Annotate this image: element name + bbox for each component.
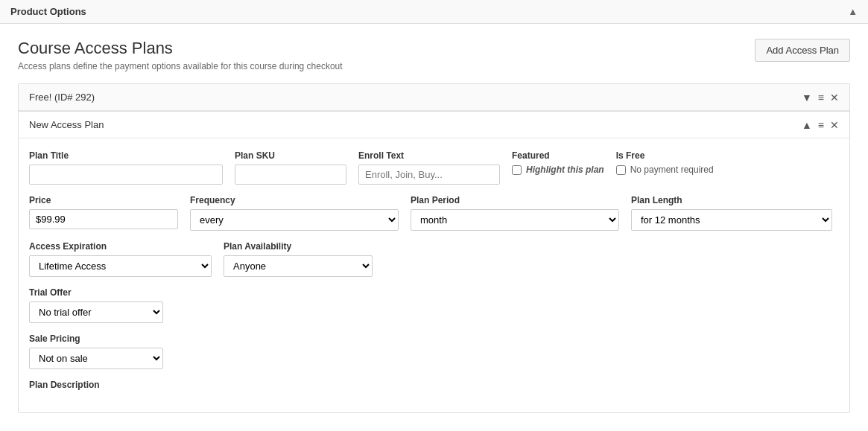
- plan-period-label: Plan Period: [411, 195, 619, 205]
- page-title: Course Access Plans: [18, 39, 343, 58]
- price-group: Price: [29, 195, 178, 229]
- plan-length-select[interactable]: for 12 months: [631, 209, 832, 231]
- plan-new-close-icon[interactable]: ✕: [830, 120, 839, 130]
- form-row-4: Trial Offer No trial offer: [29, 287, 839, 323]
- plan-title-group: Plan Title: [29, 150, 223, 185]
- plan-new-collapse-icon[interactable]: ▲: [802, 120, 812, 130]
- trial-offer-select[interactable]: No trial offer: [29, 301, 163, 323]
- highlight-plan-checkbox[interactable]: [512, 165, 522, 175]
- featured-group: Featured Highlight this plan: [512, 150, 604, 175]
- sale-pricing-label: Sale Pricing: [29, 333, 163, 344]
- no-payment-label: No payment required: [630, 165, 714, 175]
- plan-sku-label: Plan SKU: [235, 150, 346, 161]
- plan-free-header: Free! (ID# 292) ▼ ≡ ✕: [19, 84, 849, 111]
- frequency-group: Frequency every: [190, 195, 399, 231]
- plan-sku-group: Plan SKU: [235, 150, 346, 185]
- price-input[interactable]: [29, 209, 178, 229]
- sale-pricing-group: Sale Pricing Not on sale: [29, 333, 163, 369]
- form-row-5: Sale Pricing Not on sale: [29, 333, 839, 369]
- plan-length-group: Plan Length for 12 months: [631, 195, 832, 231]
- highlight-plan-row: Highlight this plan: [512, 165, 604, 175]
- plan-free-menu-icon[interactable]: ≡: [818, 92, 824, 103]
- main-content: Course Access Plans Access plans define …: [0, 24, 868, 428]
- section-header: Course Access Plans Access plans define …: [18, 39, 850, 71]
- plan-title-input[interactable]: [29, 165, 223, 185]
- product-options-title: Product Options: [10, 6, 86, 17]
- highlight-plan-label: Highlight this plan: [526, 165, 604, 175]
- enroll-text-label: Enroll Text: [358, 150, 500, 161]
- plan-new-menu-icon[interactable]: ≡: [818, 120, 824, 130]
- frequency-select[interactable]: every: [190, 209, 399, 231]
- product-options-header: Product Options ▲: [0, 0, 868, 24]
- plans-container: Free! (ID# 292) ▼ ≡ ✕ New Access Plan ▲ …: [18, 83, 850, 413]
- sale-pricing-select[interactable]: Not on sale: [29, 348, 163, 369]
- enroll-text-group: Enroll Text: [358, 150, 500, 185]
- form-row-2: Price Frequency every Plan Period: [29, 195, 839, 231]
- form-row-1: Plan Title Plan SKU Enroll Text Fea: [29, 150, 839, 185]
- no-payment-checkbox[interactable]: [616, 165, 626, 175]
- form-row-3: Access Expiration Lifetime Access Plan A…: [29, 241, 839, 277]
- page-subtitle: Access plans define the payment options …: [18, 61, 343, 71]
- plan-new-header: New Access Plan ▲ ≡ ✕: [19, 112, 849, 138]
- frequency-label: Frequency: [190, 195, 399, 205]
- plan-free-close-icon[interactable]: ✕: [830, 92, 839, 103]
- plan-new-row: New Access Plan ▲ ≡ ✕ Plan Title: [19, 112, 849, 412]
- plan-title-label: Plan Title: [29, 150, 223, 161]
- featured-label: Featured: [512, 150, 604, 161]
- access-expiration-label: Access Expiration: [29, 241, 212, 252]
- enroll-text-input[interactable]: [358, 165, 500, 185]
- plan-sku-input[interactable]: [235, 165, 346, 185]
- plan-description-label: Plan Description: [29, 380, 100, 390]
- trial-offer-group: Trial Offer No trial offer: [29, 287, 163, 323]
- trial-offer-label: Trial Offer: [29, 287, 163, 298]
- plan-new-actions: ▲ ≡ ✕: [802, 120, 839, 130]
- plan-period-group: Plan Period month: [411, 195, 619, 231]
- add-access-plan-button[interactable]: Add Access Plan: [755, 39, 850, 62]
- access-expiration-select[interactable]: Lifetime Access: [29, 255, 212, 277]
- collapse-icon[interactable]: ▲: [848, 6, 858, 17]
- plan-free-row: Free! (ID# 292) ▼ ≡ ✕: [19, 84, 849, 112]
- form-row-6: Plan Description: [29, 380, 839, 390]
- plan-free-expand-icon[interactable]: ▼: [802, 92, 812, 103]
- plan-description-group: Plan Description: [29, 380, 100, 390]
- access-expiration-group: Access Expiration Lifetime Access: [29, 241, 212, 277]
- plan-availability-group: Plan Availability Anyone: [224, 241, 373, 277]
- is-free-group: Is Free No payment required: [616, 150, 714, 175]
- no-payment-row: No payment required: [616, 165, 714, 175]
- plan-period-select[interactable]: month: [411, 209, 619, 231]
- plan-free-actions: ▼ ≡ ✕: [802, 92, 839, 103]
- plan-new-label: New Access Plan: [29, 119, 104, 130]
- is-free-label: Is Free: [616, 150, 714, 161]
- plan-availability-select[interactable]: Anyone: [224, 255, 373, 277]
- plan-length-label: Plan Length: [631, 195, 832, 205]
- plan-free-label: Free! (ID# 292): [29, 92, 95, 103]
- section-title-group: Course Access Plans Access plans define …: [18, 39, 343, 71]
- plan-new-body: Plan Title Plan SKU Enroll Text Fea: [19, 138, 849, 412]
- price-label: Price: [29, 195, 178, 205]
- plan-availability-label: Plan Availability: [224, 241, 373, 252]
